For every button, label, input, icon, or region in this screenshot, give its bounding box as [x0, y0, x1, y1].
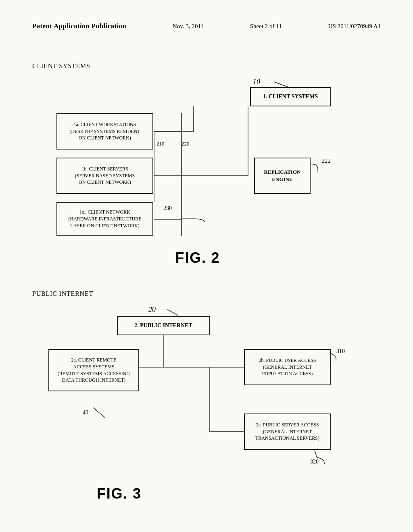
fig2-diagram: 10 1. CLIENT SYSTEMS 1a. CLIENT WORKSTAT…: [56, 77, 339, 246]
ref-210: 210: [156, 141, 165, 147]
ref-222: 222: [322, 158, 331, 164]
fig2-section: CLIENT SYSTEMS: [32, 62, 379, 246]
header: Patent Application Publication Nov. 3, 2…: [0, 22, 413, 30]
svg-line-19: [315, 450, 317, 457]
ref-320: 320: [310, 459, 319, 465]
ref-40: 40: [83, 409, 88, 416]
box-2b-public-user: 2b. PUBLIC USER ACCESS(GENERAL INTERNETP…: [244, 349, 331, 385]
box-1b-servers: 1b. CLIENT SERVERS(SERVER BASED SYSTEMSO…: [56, 158, 153, 194]
box-replication-engine: REPLICATIONENGINE: [254, 158, 311, 194]
fig2-caption: FIG. 2: [175, 249, 220, 266]
box-2c-label: 2c. PUBLIC SERVER ACCESS(GENERAL INTERNE…: [255, 422, 319, 442]
patent-number: US 2011/0270949 A1: [328, 23, 381, 30]
box-2b-label: 2b. PUBLIC USER ACCESS(GENERAL INTERNETP…: [259, 357, 316, 377]
ref-220: 220: [181, 141, 190, 147]
ref-20: 20: [148, 305, 156, 314]
patent-title: Patent Application Publication: [32, 22, 126, 30]
box-1a-label: 1a. CLIENT WORKSTATIONS(DESKTOP SYSTEMS …: [69, 121, 140, 141]
replication-label: REPLICATIONENGINE: [264, 168, 301, 183]
box-1c-network: 1c.. CLIENT NETWORK(HARDWARE INFRASTRUCT…: [56, 202, 153, 236]
ref-310: 310: [336, 348, 345, 355]
box-1c-label: 1c.. CLIENT NETWORK(HARDWARE INFRASTRUCT…: [68, 209, 141, 229]
fig3-diagram: 20 2. PUBLIC INTERNET 2a. CLIENT REMOTEA…: [48, 305, 339, 498]
box-2a-label: 2a. CLIENT REMOTEACCESS SYSTEMS(REMOTE S…: [58, 357, 130, 384]
box-main-client-systems: 1. CLIENT SYSTEMS: [250, 87, 331, 106]
fig3-caption: FIG. 3: [97, 485, 142, 502]
fig3-section: PUBLIC INTERNET: [32, 290, 379, 498]
box-public-internet: 2. PUBLIC INTERNET: [117, 316, 210, 335]
ref-230: 230: [163, 205, 172, 212]
box-2a-remote: 2a. CLIENT REMOTEACCESS SYSTEMS(REMOTE S…: [48, 349, 139, 391]
fig3-section-label: PUBLIC INTERNET: [32, 290, 379, 297]
page: Patent Application Publication Nov. 3, 2…: [0, 0, 413, 532]
patent-sheet: Sheet 2 of 11: [250, 23, 282, 30]
patent-date: Nov. 3, 2011: [173, 23, 204, 30]
box-1b-label: 1b. CLIENT SERVERS(SERVER BASED SYSTEMSO…: [75, 166, 135, 186]
box-1a-workstations: 1a. CLIENT WORKSTATIONS(DESKTOP SYSTEMS …: [56, 113, 153, 150]
box-2c-public-server: 2c. PUBLIC SERVER ACCESS(GENERAL INTERNE…: [244, 414, 331, 450]
fig2-section-label: CLIENT SYSTEMS: [32, 62, 379, 70]
ref-10: 10: [253, 78, 260, 86]
